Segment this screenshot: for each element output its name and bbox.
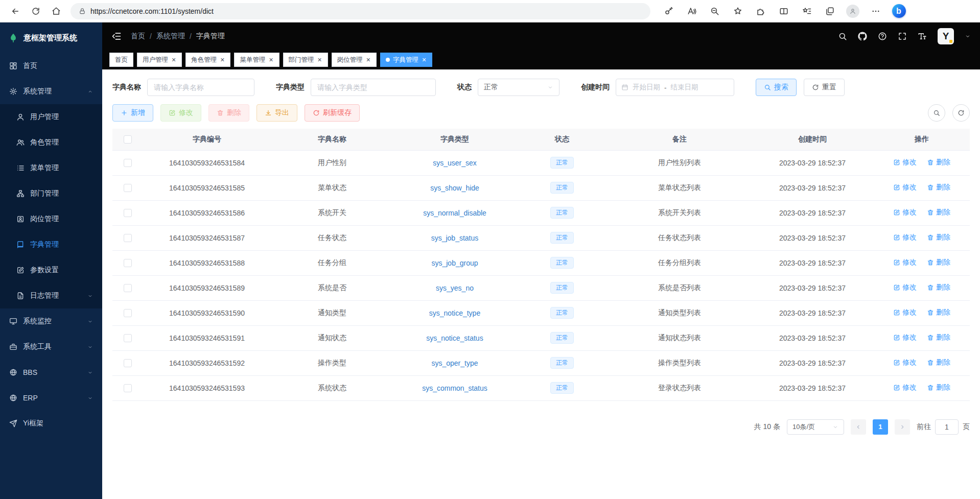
row-delete-button[interactable]: 删除 xyxy=(927,308,950,317)
tab-role[interactable]: 角色管理 × xyxy=(185,53,230,67)
row-checkbox[interactable] xyxy=(124,334,132,342)
status-select[interactable]: 正常 xyxy=(478,79,559,96)
dict-type-link[interactable]: sys_normal_disable xyxy=(423,209,486,217)
page-number-button[interactable]: 1 xyxy=(873,419,888,435)
row-checkbox[interactable] xyxy=(124,184,132,192)
row-delete-button[interactable]: 删除 xyxy=(927,383,950,392)
collections-button[interactable] xyxy=(821,3,839,20)
sidebar-item-role[interactable]: 角色管理 xyxy=(0,130,102,155)
tab-close-icon[interactable]: × xyxy=(171,56,176,63)
created-date-range-picker[interactable]: 开始日期 - 结束日期 xyxy=(616,79,734,96)
dict-type-link[interactable]: sys_common_status xyxy=(422,384,487,392)
read-aloud-button[interactable] xyxy=(683,3,701,20)
user-avatar-yi-logo[interactable]: Y xyxy=(938,28,954,44)
refresh-table-button[interactable] xyxy=(952,104,970,122)
select-all-checkbox[interactable] xyxy=(124,135,132,144)
row-delete-button[interactable]: 删除 xyxy=(927,283,950,292)
delete-button[interactable]: 删除 xyxy=(208,104,249,122)
header-search-button[interactable] xyxy=(838,32,847,41)
row-edit-button[interactable]: 修改 xyxy=(893,183,917,192)
tab-close-icon[interactable]: × xyxy=(366,56,371,63)
browser-home-button[interactable] xyxy=(47,3,65,20)
dict-name-input[interactable] xyxy=(147,79,254,96)
tab-close-icon[interactable]: × xyxy=(317,56,322,63)
row-checkbox[interactable] xyxy=(124,234,132,242)
sidebar-item-dict[interactable]: 字典管理 xyxy=(0,232,102,257)
row-edit-button[interactable]: 修改 xyxy=(893,233,917,242)
sidebar-item-post[interactable]: 岗位管理 xyxy=(0,206,102,232)
browser-refresh-button[interactable] xyxy=(27,3,45,20)
row-edit-button[interactable]: 修改 xyxy=(893,208,917,217)
row-delete-button[interactable]: 删除 xyxy=(927,208,950,217)
row-edit-button[interactable]: 修改 xyxy=(893,358,917,367)
toggle-search-button[interactable] xyxy=(928,104,945,122)
tab-close-icon[interactable]: × xyxy=(220,56,225,63)
font-size-button[interactable] xyxy=(918,32,927,41)
sidebar-item-config[interactable]: 参数设置 xyxy=(0,257,102,283)
export-button[interactable]: 导出 xyxy=(256,104,297,122)
tab-user[interactable]: 用户管理 × xyxy=(137,53,182,67)
dict-type-link[interactable]: sys_notice_type xyxy=(429,309,480,317)
tab-dict[interactable]: 字典管理 × xyxy=(380,53,432,67)
sidebar-item-system[interactable]: 系统管理 xyxy=(0,79,102,104)
row-edit-button[interactable]: 修改 xyxy=(893,333,917,342)
row-delete-button[interactable]: 删除 xyxy=(927,258,950,267)
help-button[interactable] xyxy=(878,32,887,41)
row-delete-button[interactable]: 删除 xyxy=(927,358,950,367)
row-edit-button[interactable]: 修改 xyxy=(893,158,917,167)
tab-dept[interactable]: 部门管理 × xyxy=(283,53,328,67)
dict-type-link[interactable]: sys_job_status xyxy=(431,234,479,242)
row-delete-button[interactable]: 删除 xyxy=(927,233,950,242)
row-edit-button[interactable]: 修改 xyxy=(893,258,917,267)
goto-page-input[interactable] xyxy=(935,419,959,435)
next-page-button[interactable] xyxy=(895,419,910,435)
zoom-button[interactable] xyxy=(706,3,724,20)
sidebar-item-menu[interactable]: 菜单管理 xyxy=(0,155,102,181)
dict-type-link[interactable]: sys_job_group xyxy=(431,259,478,267)
browser-back-button[interactable] xyxy=(6,3,25,20)
sidebar-item-user[interactable]: 用户管理 xyxy=(0,104,102,130)
tab-close-icon[interactable]: × xyxy=(422,56,427,63)
split-screen-button[interactable] xyxy=(775,3,793,20)
row-checkbox[interactable] xyxy=(124,284,132,292)
sidebar-item-log[interactable]: 日志管理 xyxy=(0,283,102,308)
row-delete-button[interactable]: 删除 xyxy=(927,333,950,342)
refresh-cache-button[interactable]: 刷新缓存 xyxy=(305,104,360,122)
password-key-button[interactable] xyxy=(660,3,678,20)
add-favorite-button[interactable] xyxy=(729,3,747,20)
app-logo[interactable]: 意框架管理系统 xyxy=(0,22,102,53)
row-edit-button[interactable]: 修改 xyxy=(893,383,917,392)
dict-type-link[interactable]: sys_user_sex xyxy=(433,159,477,167)
sidebar-item-home[interactable]: 首页 xyxy=(0,53,102,79)
sidebar-item-tools[interactable]: 系统工具 xyxy=(0,334,102,360)
sidebar-item-erp[interactable]: ERP xyxy=(0,385,102,411)
tab-post[interactable]: 岗位管理 × xyxy=(332,53,377,67)
dict-type-link[interactable]: sys_show_hide xyxy=(430,184,479,192)
tab-close-icon[interactable]: × xyxy=(268,56,273,63)
github-link-button[interactable] xyxy=(858,32,867,41)
browser-address-bar[interactable]: https://ccnetcore.com:1101/system/dict xyxy=(71,3,650,19)
row-checkbox[interactable] xyxy=(124,159,132,167)
dict-type-link[interactable]: sys_oper_type xyxy=(431,359,478,367)
extensions-button[interactable] xyxy=(752,3,770,20)
dict-type-link[interactable]: sys_yes_no xyxy=(436,284,474,292)
browser-profile-button[interactable] xyxy=(844,3,862,20)
reset-button[interactable]: 重置 xyxy=(804,79,845,96)
row-delete-button[interactable]: 删除 xyxy=(927,158,950,167)
row-delete-button[interactable]: 删除 xyxy=(927,183,950,192)
row-edit-button[interactable]: 修改 xyxy=(893,283,917,292)
row-checkbox[interactable] xyxy=(124,309,132,317)
row-checkbox[interactable] xyxy=(124,259,132,267)
row-checkbox[interactable] xyxy=(124,359,132,367)
fullscreen-button[interactable] xyxy=(898,32,907,41)
row-checkbox[interactable] xyxy=(124,384,132,392)
row-checkbox[interactable] xyxy=(124,209,132,217)
edit-button[interactable]: 修改 xyxy=(160,104,201,122)
prev-page-button[interactable] xyxy=(851,419,866,435)
sidebar-collapse-button[interactable] xyxy=(111,31,122,41)
dict-type-input[interactable] xyxy=(311,79,436,96)
row-edit-button[interactable]: 修改 xyxy=(893,308,917,317)
sidebar-item-dept[interactable]: 部门管理 xyxy=(0,181,102,206)
tab-menu[interactable]: 菜单管理 × xyxy=(234,53,279,67)
bing-discover-button[interactable]: b xyxy=(890,3,908,20)
